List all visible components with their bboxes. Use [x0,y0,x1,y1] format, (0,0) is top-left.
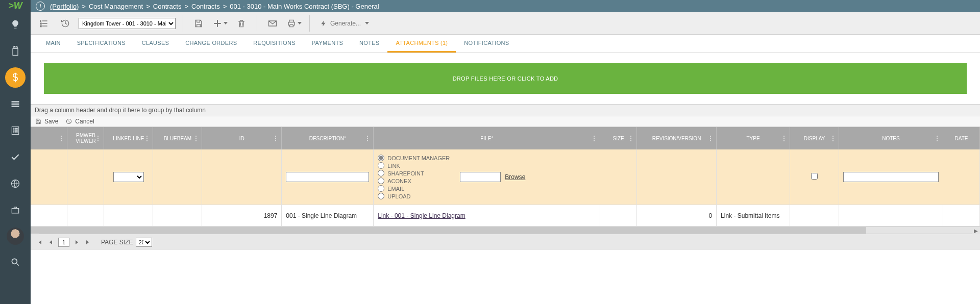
save-icon [193,18,204,29]
cell-id: 1897 [202,205,282,226]
tab-payments[interactable]: PAYMENTS [304,35,351,53]
tab-notifications[interactable]: NOTIFICATIONS [456,35,517,53]
table-row[interactable]: 1897 001 - Single Line Diagram Link - 00… [31,205,980,226]
description-input[interactable] [286,172,369,182]
user-avatar[interactable] [7,227,24,245]
sidebar-item-briefcase[interactable] [5,200,26,220]
rows-icon [10,99,20,109]
tab-notes[interactable]: NOTES [351,35,387,53]
radio-link[interactable]: LINK [378,162,450,169]
column-menu-icon[interactable]: ⋮ [272,134,279,142]
column-menu-icon[interactable]: ⋮ [627,134,634,142]
edit-row: DOCUMENT MANAGER LINK SHAREPOINT ACONEX … [31,149,980,205]
column-menu-icon[interactable]: ⋮ [780,134,788,142]
first-icon [37,240,42,245]
scroll-right-arrow[interactable]: ▶ [972,227,980,234]
delete-button[interactable] [233,15,250,32]
col-revision[interactable]: REVISION/VERSION⋮ [637,127,717,149]
tab-attachments[interactable]: ATTACHMENTS (1) [387,35,456,53]
cell-file-link[interactable]: Link - 001 - Single Line Diagram [378,212,465,219]
group-by-hint[interactable]: Drag a column header and drop it here to… [31,104,980,116]
bolt-icon [320,20,327,27]
tab-main[interactable]: MAIN [38,35,69,53]
dollar-icon [10,72,20,83]
breadcrumb-part[interactable]: Contracts [153,3,182,10]
email-button[interactable] [264,15,281,32]
radio-email[interactable]: EMAIL [378,185,450,192]
column-menu-icon[interactable]: ⋮ [94,134,102,142]
radio-sharepoint[interactable]: SHAREPOINT [378,170,450,176]
next-icon [74,240,79,245]
pager-first-button[interactable] [36,238,44,246]
col-pmweb-viewer[interactable]: PMWEB VIEWER⋮ [67,127,104,149]
breadcrumb-part[interactable]: Cost Management [89,3,143,10]
pager-last-button[interactable] [84,238,92,246]
col-date[interactable]: DATE [943,127,979,149]
col-notes[interactable]: NOTES⋮ [839,127,943,149]
pager-next-button[interactable] [72,238,81,246]
sidebar-item-clipboard[interactable] [5,41,26,61]
tab-change-orders[interactable]: CHANGE ORDERS [177,35,245,53]
attachments-grid: ⋮ PMWEB VIEWER⋮ LINKED LINE⋮ BLUEBEAM⋮ I… [31,127,980,226]
page-size-select[interactable]: 20 [136,238,152,247]
col-description[interactable]: DESCRIPTION*⋮ [282,127,374,149]
print-button[interactable] [286,15,302,32]
file-source-radiolist: DOCUMENT MANAGER LINK SHAREPOINT ACONEX … [378,155,450,199]
app-logo: >W [0,0,31,11]
lightbulb-icon [10,19,20,30]
sidebar-item-rows[interactable] [5,94,26,114]
grid-cancel-button[interactable]: Cancel [65,118,94,125]
col-display[interactable]: DISPLAY⋮ [790,127,839,149]
column-menu-icon[interactable]: ⋮ [143,134,151,142]
info-icon[interactable]: i [36,2,45,11]
display-checkbox[interactable] [811,173,818,180]
col-id[interactable]: ID⋮ [202,127,282,149]
tab-clauses[interactable]: CLAUSES [134,35,177,53]
radio-document-manager[interactable]: DOCUMENT MANAGER [378,155,450,161]
grid-toolbar: Save Cancel [31,116,980,127]
file-dropzone[interactable]: DROP FILES HERE OR CLICK TO ADD [44,63,967,94]
linked-line-select[interactable] [113,172,144,182]
col-size[interactable]: SIZE⋮ [600,127,637,149]
project-select[interactable]: Kingdom Tower - 001 - 3010 - Main W [79,18,176,29]
radio-upload[interactable]: UPLOAD [378,193,450,199]
col-linked-line[interactable]: LINKED LINE⋮ [104,127,153,149]
column-menu-icon[interactable]: ⋮ [192,134,200,142]
last-icon [85,240,90,245]
breadcrumb-part[interactable]: Contracts [191,3,220,10]
breadcrumb-portfolio[interactable]: (Portfolio) [50,3,79,10]
sidebar-item-cost[interactable] [5,67,26,88]
sidebar-item-check[interactable] [5,147,26,167]
list-numbered-button[interactable] [36,15,52,32]
pager-prev-button[interactable] [47,238,55,246]
column-menu-icon[interactable]: ⋮ [364,134,371,142]
add-button[interactable] [212,15,228,32]
col-file[interactable]: FILE*⋮ [374,127,600,149]
save-button[interactable] [190,15,207,32]
sidebar-item-search[interactable] [5,252,26,272]
pager-page-input[interactable] [58,238,69,247]
column-menu-icon[interactable]: ⋮ [58,134,65,142]
radio-aconex[interactable]: ACONEX [378,178,450,184]
sidebar-item-globe[interactable] [5,173,26,194]
col-row-actions[interactable]: ⋮ [31,127,67,149]
tab-specifications[interactable]: SPECIFICATIONS [69,35,134,53]
sidebar-item-building[interactable] [5,120,26,141]
page-size-label: PAGE SIZE [101,239,133,246]
column-menu-icon[interactable]: ⋮ [707,134,714,142]
browse-link[interactable]: Browse [505,173,525,181]
column-menu-icon[interactable]: ⋮ [934,134,941,142]
notes-input[interactable] [843,172,939,182]
column-menu-icon[interactable]: ⋮ [591,134,598,142]
history-button[interactable] [57,15,74,32]
file-path-input[interactable] [460,172,501,182]
generate-button[interactable]: Generate... [317,18,372,29]
grid-save-button[interactable]: Save [35,118,58,125]
column-menu-icon[interactable]: ⋮ [829,134,837,142]
tab-requisitions[interactable]: REQUISITIONS [245,35,303,53]
col-bluebeam[interactable]: BLUEBEAM⋮ [153,127,202,149]
horizontal-scrollbar[interactable]: ◀ ▶ [31,226,980,234]
col-type[interactable]: TYPE⋮ [717,127,790,149]
sidebar-item-ideas[interactable] [5,14,26,35]
scroll-thumb[interactable] [31,227,866,234]
